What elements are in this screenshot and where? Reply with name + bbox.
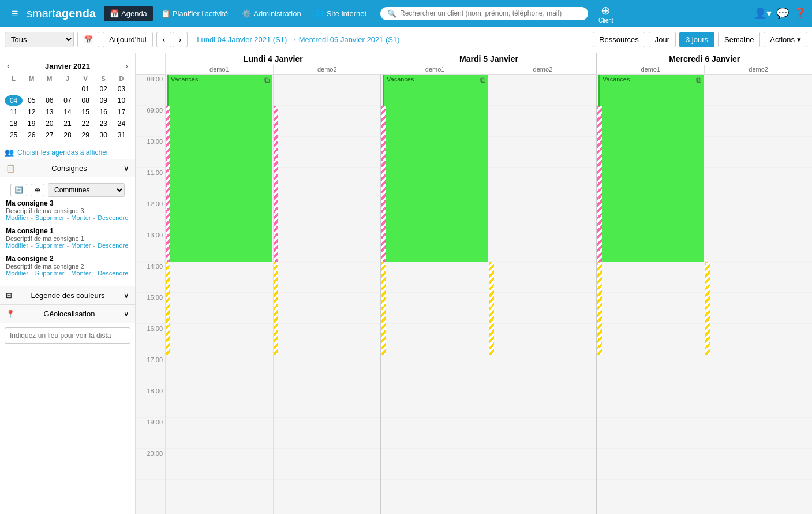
mini-cal-day[interactable]: 22 [77, 118, 95, 129]
time-slot[interactable] [705, 355, 813, 386]
consigne-3-delete[interactable]: Supprimer [35, 214, 65, 221]
time-slot[interactable] [705, 262, 813, 293]
consigne-1-up[interactable]: Monter [71, 242, 91, 249]
mini-cal-day[interactable]: 27 [40, 129, 58, 141]
time-slot[interactable] [597, 355, 705, 386]
event-vacances-d1r1[interactable]: Vacances ⧉ [167, 75, 272, 262]
time-slot[interactable] [597, 262, 705, 293]
consigne-2-delete[interactable]: Supprimer [35, 270, 65, 277]
consigne-3-down[interactable]: Descendre [98, 214, 128, 221]
mini-cal-day[interactable]: 30 [95, 129, 113, 141]
time-slot[interactable] [705, 199, 813, 230]
search-input[interactable] [400, 9, 581, 17]
semaine-button[interactable]: Semaine [718, 32, 760, 47]
time-slot[interactable] [166, 386, 273, 418]
time-slot[interactable] [489, 418, 597, 449]
time-slot[interactable] [489, 199, 597, 230]
consigne-3-modify[interactable]: Modifier [6, 214, 28, 221]
time-slot[interactable] [597, 418, 705, 449]
consignes-filter-select[interactable]: Communes [48, 183, 125, 197]
jour-button[interactable]: Jour [649, 32, 676, 47]
consignes-header[interactable]: 📋 Consignes ∨ [0, 159, 135, 177]
time-slot[interactable] [597, 449, 705, 480]
consigne-1-down[interactable]: Descendre [98, 242, 128, 249]
mini-cal-day[interactable]: 14 [58, 106, 76, 118]
mini-cal-day[interactable]: 07 [58, 95, 76, 106]
time-slot[interactable] [489, 137, 597, 168]
mini-cal-day[interactable]: 05 [23, 95, 40, 106]
nav-administration-button[interactable]: ⚙️ Administration [236, 6, 306, 21]
time-slot[interactable] [166, 324, 273, 355]
event-vacances-d2r1[interactable]: Vacances ⧉ [383, 75, 488, 262]
consigne-2-down[interactable]: Descendre [98, 270, 128, 277]
mini-cal-prev[interactable]: ‹ [5, 60, 12, 72]
user-icon-button[interactable]: 👤▾ [754, 7, 772, 20]
time-slot[interactable] [274, 106, 381, 137]
mini-cal-day[interactable]: 09 [95, 95, 113, 106]
time-slot[interactable] [381, 324, 489, 355]
time-slot[interactable] [705, 106, 813, 137]
time-slot[interactable] [489, 262, 597, 293]
time-slot[interactable] [166, 449, 273, 480]
time-slot[interactable] [381, 293, 489, 324]
mini-cal-day[interactable]: 13 [40, 106, 58, 118]
geoloc-input[interactable] [5, 327, 130, 344]
time-slot[interactable] [597, 324, 705, 355]
time-slot[interactable] [274, 449, 381, 480]
mini-cal-day[interactable]: 01 [77, 83, 95, 95]
time-slot[interactable] [489, 355, 597, 386]
time-slot[interactable] [274, 230, 381, 262]
time-slot[interactable] [274, 137, 381, 168]
consigne-3-up[interactable]: Monter [71, 214, 91, 221]
mini-cal-next[interactable]: › [123, 60, 130, 72]
mini-cal-day[interactable]: 19 [23, 118, 40, 129]
mini-cal-day[interactable]: 31 [113, 129, 130, 141]
time-slot[interactable] [489, 293, 597, 324]
time-slot[interactable] [597, 293, 705, 324]
time-slot[interactable] [381, 262, 489, 293]
consigne-1-delete[interactable]: Supprimer [35, 242, 65, 249]
time-slot[interactable] [381, 449, 489, 480]
mini-cal-day[interactable]: 25 [5, 129, 23, 141]
time-slot[interactable] [166, 355, 273, 386]
add-consigne-button[interactable]: ⊕ [31, 184, 44, 196]
chat-icon-button[interactable]: 💬 [776, 7, 789, 20]
time-slot[interactable] [705, 293, 813, 324]
mini-cal-day[interactable]: 28 [58, 129, 76, 141]
refresh-consignes-button[interactable]: 🔄 [10, 184, 27, 196]
time-slot[interactable] [274, 75, 381, 106]
calendar-icon-button[interactable]: 📅 [77, 32, 99, 47]
choose-agendas-link[interactable]: Choisir les agendas à afficher [17, 148, 108, 157]
consigne-2-up[interactable]: Monter [71, 270, 91, 277]
mini-cal-day[interactable]: 02 [95, 83, 113, 95]
time-slot[interactable] [489, 449, 597, 480]
time-slot[interactable] [274, 418, 381, 449]
mini-cal-day[interactable]: 29 [77, 129, 95, 141]
nav-site-button[interactable]: 🌐 Site internet [309, 6, 372, 21]
mini-cal-day[interactable]: 21 [58, 118, 76, 129]
time-slot[interactable] [166, 293, 273, 324]
consigne-1-modify[interactable]: Modifier [6, 242, 28, 249]
time-slot[interactable] [381, 355, 489, 386]
time-slot[interactable] [705, 168, 813, 199]
time-slot[interactable] [489, 106, 597, 137]
mini-cal-day[interactable]: 15 [77, 106, 95, 118]
menu-button[interactable]: ☰ [6, 6, 24, 21]
consigne-2-modify[interactable]: Modifier [6, 270, 28, 277]
time-slot[interactable] [489, 324, 597, 355]
ressources-button[interactable]: Ressources [593, 32, 645, 47]
prev-button[interactable]: ‹ [156, 32, 171, 47]
mini-cal-day[interactable]: 24 [113, 118, 130, 129]
mini-cal-day[interactable]: 04 [5, 95, 23, 106]
time-slot[interactable] [274, 386, 381, 418]
time-slot[interactable] [705, 418, 813, 449]
time-slot[interactable] [705, 324, 813, 355]
today-button[interactable]: Aujourd'hui [103, 32, 153, 47]
time-slot[interactable] [705, 75, 813, 106]
time-slot[interactable] [274, 355, 381, 386]
time-slot[interactable] [166, 262, 273, 293]
time-slot[interactable] [705, 386, 813, 418]
time-slot[interactable] [705, 230, 813, 262]
time-slot[interactable] [274, 199, 381, 230]
time-slot[interactable] [705, 137, 813, 168]
